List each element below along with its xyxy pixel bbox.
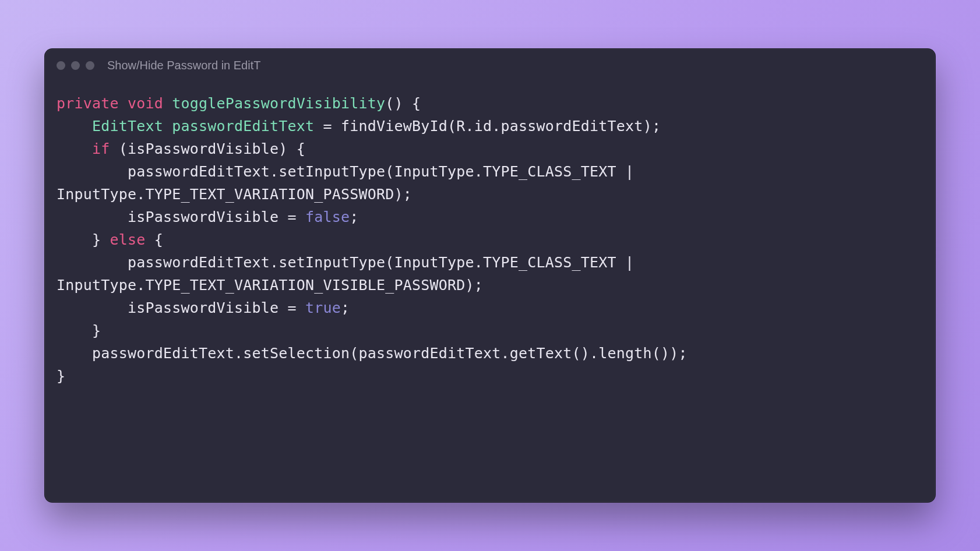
- code-token-keyword: else: [110, 231, 146, 248]
- code-window: Show/Hide Password in EditT private void…: [44, 48, 936, 503]
- maximize-icon[interactable]: [86, 61, 94, 70]
- code-token-default: [163, 95, 172, 112]
- code-token-keyword: private: [57, 95, 119, 112]
- code-token-default: (isPasswordVisible) {: [110, 140, 306, 157]
- code-token-default: ;: [341, 299, 350, 316]
- code-token-type: passwordEditText: [172, 118, 314, 135]
- code-token-method: togglePasswordVisibility: [172, 95, 385, 112]
- code-token-type: EditText: [92, 118, 163, 135]
- code-token-default: [57, 140, 92, 157]
- window-title: Show/Hide Password in EditT: [107, 59, 260, 72]
- close-icon[interactable]: [57, 61, 65, 70]
- code-token-default: isPasswordVisible =: [57, 209, 305, 225]
- code-token-default: isPasswordVisible =: [57, 299, 305, 316]
- code-token-default: = findViewById(R.id.passwordEditText);: [314, 118, 661, 135]
- code-token-keyword: void: [128, 95, 163, 112]
- code-token-literal: true: [305, 299, 341, 316]
- minimize-icon[interactable]: [71, 61, 80, 70]
- code-token-default: passwordEditText.setInputType(InputType.…: [57, 254, 643, 294]
- code-token-literal: false: [305, 209, 350, 225]
- code-token-keyword: if: [92, 140, 110, 157]
- code-token-default: () {: [385, 95, 421, 112]
- code-token-default: [57, 118, 92, 135]
- code-token-default: passwordEditText.setSelection(passwordEd…: [57, 345, 688, 362]
- window-titlebar: Show/Hide Password in EditT: [45, 49, 935, 82]
- code-token-default: }: [57, 368, 65, 384]
- code-token-default: }: [57, 322, 101, 339]
- code-content: private void togglePasswordVisibility() …: [45, 82, 935, 502]
- code-token-default: [163, 118, 172, 135]
- code-token-default: ;: [350, 209, 358, 225]
- code-token-default: passwordEditText.setInputType(InputType.…: [57, 163, 643, 203]
- traffic-lights: [57, 61, 94, 70]
- code-token-default: {: [146, 231, 164, 248]
- code-token-default: [119, 95, 128, 112]
- code-token-default: }: [57, 231, 110, 248]
